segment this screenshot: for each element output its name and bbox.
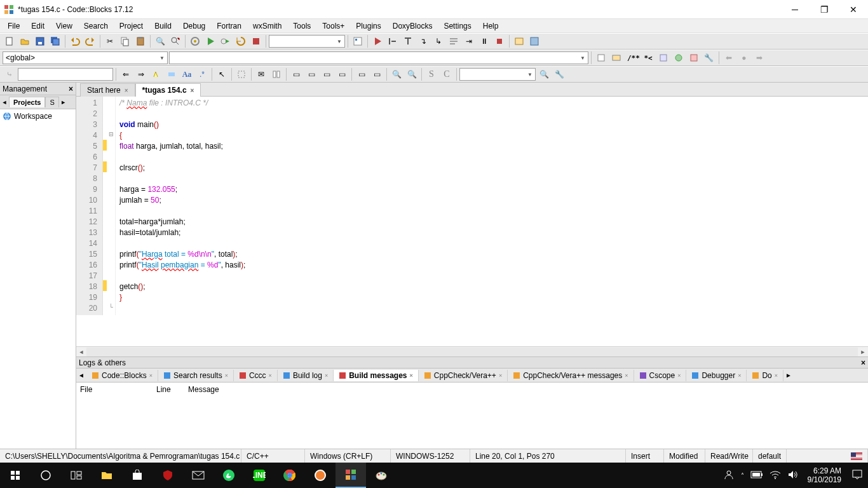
info-icon[interactable] [527,34,541,48]
next-icon[interactable]: ⇒ [134,67,148,81]
close-icon[interactable]: × [225,372,228,379]
menu-doxyblocks[interactable]: DoxyBlocks [388,20,438,32]
fortran-find-icon[interactable]: 🔍 [537,67,551,81]
select-icon[interactable] [234,67,248,81]
win4-icon[interactable]: ▭ [335,67,349,81]
panel-tab-right-icon[interactable]: ► [59,99,68,105]
menu-fortran[interactable]: Fortran [212,20,247,32]
maximize-button[interactable]: ❐ [810,0,839,19]
close-icon[interactable]: × [269,372,272,379]
tab-start-here[interactable]: Start here× [80,83,135,97]
doxy-extract-icon[interactable] [656,51,670,65]
undo-icon[interactable] [68,34,82,48]
close-icon[interactable]: × [191,87,194,94]
editor-hscrollbar[interactable]: ◄► [76,346,868,356]
notifications-icon[interactable] [851,469,863,482]
code-line[interactable] [119,271,864,281]
codeblocks-icon[interactable] [336,463,366,488]
nav-back-icon[interactable]: ⬅ [722,51,736,65]
menu-build[interactable]: Build [149,20,177,32]
paste-icon[interactable] [133,34,147,48]
menu-tools[interactable]: Tools [288,20,316,32]
status-lang-flag[interactable] [846,449,868,463]
doxy-block-icon[interactable] [609,51,623,65]
selected-text-icon[interactable] [165,67,179,81]
panel-tab-left-icon[interactable]: ◄ [0,99,9,105]
debug-run-icon[interactable] [370,34,384,48]
doxy-html-icon[interactable] [672,51,686,65]
win2-icon[interactable]: ▭ [304,67,318,81]
code-line[interactable]: { [119,130,864,141]
task-view-icon[interactable] [61,463,92,488]
tab-symbols[interactable]: S [45,97,58,107]
code-line[interactable] [119,152,864,163]
close-icon[interactable]: × [775,372,778,379]
cursor-icon[interactable]: ↖ [215,67,229,81]
log-tab-right-icon[interactable]: ► [783,372,794,379]
step-into-icon[interactable]: ↴ [416,34,430,48]
code-line[interactable]: } [119,292,864,303]
log-tab-left-icon[interactable]: ◄ [76,372,86,379]
wifi-icon[interactable] [770,470,781,481]
tab-tugas-154[interactable]: *tugas 154.c× [135,83,201,97]
people-icon[interactable] [723,469,735,482]
win6-icon[interactable]: ▭ [370,67,384,81]
code-line[interactable]: printf("Hasil pembagian = %d", hasil); [119,260,864,271]
log-tab-cscope[interactable]: Cscope× [634,370,687,381]
nav-point-icon[interactable]: ● [737,51,751,65]
break-icon[interactable]: ⏸ [477,34,491,48]
zoom-out-icon[interactable]: 🔍 [405,67,419,81]
symbol-dropdown[interactable]: ▼ [169,51,588,64]
code-line[interactable] [119,173,864,184]
prev-icon[interactable]: ⇐ [119,67,133,81]
mail-icon[interactable]: ✉ [254,67,268,81]
save-icon[interactable] [33,34,47,48]
log-tab-build-log[interactable]: Build log× [278,370,334,381]
code-line[interactable]: harga = 132.055; [119,184,864,195]
code-line[interactable]: void main() [119,119,864,130]
minimize-button[interactable]: ─ [780,0,810,19]
line-icon[interactable]: LINE [244,463,275,488]
menu-debug[interactable]: Debug [178,20,210,32]
step-out-icon[interactable]: ↳ [431,34,445,48]
menu-plugins[interactable]: Plugins [351,20,386,32]
doxy-config-icon[interactable]: 🔧 [702,51,716,65]
log-tab-search-results[interactable]: Search results× [158,370,234,381]
code-line[interactable] [119,206,864,217]
menu-search[interactable]: Search [79,20,113,32]
fortran-settings-icon[interactable]: 🔧 [552,67,566,81]
regex-icon[interactable]: .* [195,67,209,81]
menu-project[interactable]: Project [114,20,148,32]
win1-icon[interactable]: ▭ [289,67,303,81]
build-target-dropdown[interactable]: ▼ [269,35,345,48]
rebuild-icon[interactable] [234,34,248,48]
replace-icon[interactable] [168,34,182,48]
build-icon[interactable] [188,34,202,48]
log-tab-do[interactable]: Do× [747,370,783,381]
file-explorer-icon[interactable] [92,463,122,488]
close-icon[interactable]: × [149,372,153,379]
volume-icon[interactable] [787,470,797,482]
run-icon[interactable] [203,34,217,48]
close-icon[interactable]: × [677,372,681,379]
debug-windows-icon[interactable] [512,34,526,48]
doxy-icon[interactable] [594,51,608,65]
menu-tools+[interactable]: Tools+ [317,20,349,32]
log-tab-debugger[interactable]: Debugger× [686,370,747,381]
redo-icon[interactable] [83,34,97,48]
log-tab-build-messages[interactable]: Build messages× [334,370,419,381]
code-line[interactable]: total=harga*jumlah; [119,217,864,227]
log-tab-code-blocks[interactable]: Code::Blocks× [86,370,158,381]
code-line[interactable]: jumlah = 50; [119,195,864,206]
win5-icon[interactable]: ▭ [355,67,369,81]
tray-expand-icon[interactable]: ˄ [741,472,744,479]
highlight-icon[interactable] [149,67,163,81]
tab-projects[interactable]: Projects [9,97,45,107]
zoom-in-icon[interactable]: 🔍 [390,67,403,81]
tray-clock[interactable]: 6:29 AM 9/10/2019 [804,466,845,484]
menu-help[interactable]: Help [478,20,504,32]
code-line[interactable] [119,238,864,249]
paint-icon[interactable] [366,463,397,488]
battery-icon[interactable] [750,471,763,480]
diff-icon[interactable] [269,67,283,81]
